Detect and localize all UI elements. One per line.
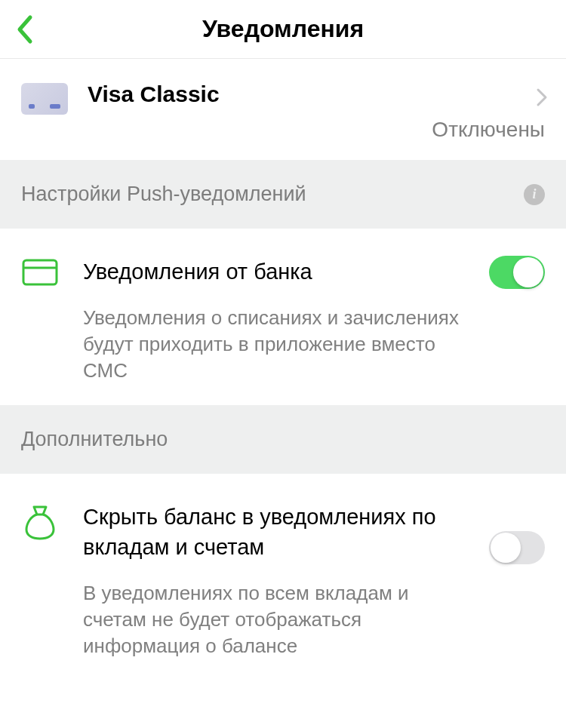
setting-bank-body: Уведомления от банка Уведомления о списа…	[83, 257, 474, 384]
back-button[interactable]	[15, 14, 33, 45]
toggle-hide-balance[interactable]	[489, 531, 545, 564]
setting-bank-title: Уведомления от банка	[83, 257, 474, 287]
page-title: Уведомления	[15, 15, 551, 43]
section-additional-header: Дополнительно	[0, 405, 566, 474]
card-status: Отключены	[88, 118, 545, 142]
section-push-header: Настройки Push-уведомлений i	[0, 160, 566, 229]
setting-bank-notifications: Уведомления от банка Уведомления о списа…	[0, 229, 566, 405]
moneybag-icon	[21, 504, 59, 540]
header: Уведомления	[0, 0, 566, 59]
setting-hide-balance: Скрыть баланс в уведомлениях по вкладам …	[0, 474, 566, 680]
chevron-right-icon	[536, 88, 548, 110]
card-content: Visa Classic Отключены	[88, 81, 545, 142]
svg-rect-0	[23, 260, 57, 284]
toggle-bank-notifications[interactable]	[489, 256, 545, 289]
section-additional-title: Дополнительно	[21, 428, 545, 451]
info-icon[interactable]: i	[524, 184, 545, 205]
card-outline-icon	[21, 259, 59, 286]
setting-hide-balance-desc: В уведомлениях по всем вкладам и счетам …	[83, 580, 474, 659]
card-name: Visa Classic	[88, 81, 545, 107]
setting-hide-balance-title: Скрыть баланс в уведомлениях по вкладам …	[83, 502, 474, 561]
card-row[interactable]: Visa Classic Отключены	[0, 59, 566, 160]
chevron-left-icon	[15, 14, 33, 45]
section-push-title: Настройки Push-уведомлений	[21, 183, 306, 206]
card-icon	[21, 83, 68, 115]
setting-hide-balance-body: Скрыть баланс в уведомлениях по вкладам …	[83, 502, 474, 659]
setting-bank-desc: Уведомления о списаниях и зачислениях бу…	[83, 305, 474, 384]
